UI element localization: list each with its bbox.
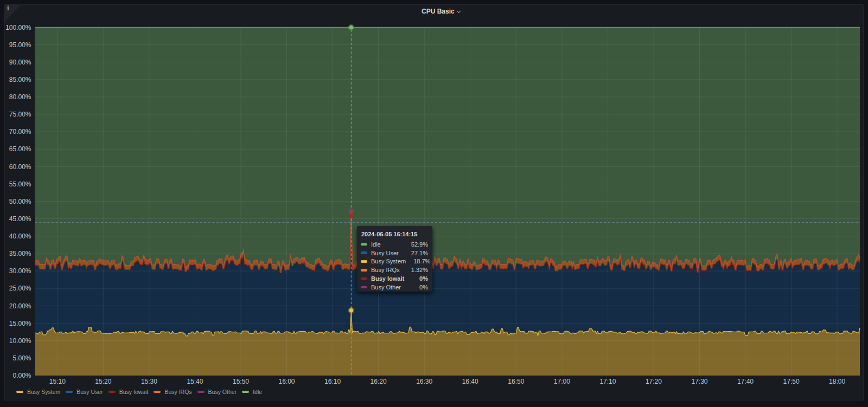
svg-text:0.00%: 0.00% — [12, 372, 31, 379]
svg-text:15:30: 15:30 — [141, 378, 157, 385]
svg-text:5.00%: 5.00% — [12, 354, 31, 362]
svg-text:95.00%: 95.00% — [9, 41, 31, 49]
svg-text:17:50: 17:50 — [783, 378, 800, 385]
svg-text:40.00%: 40.00% — [9, 232, 31, 240]
svg-text:60.00%: 60.00% — [9, 163, 31, 171]
svg-text:16:30: 16:30 — [416, 378, 432, 385]
svg-text:15:10: 15:10 — [49, 378, 66, 385]
svg-text:90.00%: 90.00% — [9, 59, 31, 66]
svg-text:15:40: 15:40 — [187, 378, 203, 385]
svg-text:17:00: 17:00 — [554, 378, 570, 385]
svg-text:16:10: 16:10 — [324, 378, 341, 385]
svg-text:100.00%: 100.00% — [5, 24, 31, 31]
svg-text:45.00%: 45.00% — [9, 215, 31, 223]
svg-text:65.00%: 65.00% — [9, 145, 31, 153]
svg-text:17:10: 17:10 — [599, 378, 616, 385]
svg-text:16:40: 16:40 — [462, 378, 478, 385]
svg-text:17:20: 17:20 — [646, 378, 662, 385]
svg-text:85.00%: 85.00% — [9, 76, 31, 83]
svg-text:70.00%: 70.00% — [9, 128, 31, 135]
svg-text:18:00: 18:00 — [829, 378, 845, 385]
svg-text:20.00%: 20.00% — [9, 302, 31, 310]
svg-text:35.00%: 35.00% — [9, 250, 31, 257]
svg-text:15:20: 15:20 — [95, 378, 111, 385]
svg-text:80.00%: 80.00% — [9, 93, 31, 101]
svg-text:50.00%: 50.00% — [9, 198, 31, 205]
svg-text:25.00%: 25.00% — [9, 285, 31, 292]
svg-text:55.00%: 55.00% — [9, 180, 31, 188]
svg-text:16:00: 16:00 — [278, 378, 295, 385]
svg-text:15:50: 15:50 — [233, 378, 249, 385]
svg-text:16:20: 16:20 — [371, 378, 387, 385]
svg-text:15.00%: 15.00% — [9, 320, 31, 327]
svg-text:10.00%: 10.00% — [9, 337, 31, 345]
svg-text:17:30: 17:30 — [691, 378, 707, 385]
svg-text:16:50: 16:50 — [508, 378, 524, 385]
svg-text:17:40: 17:40 — [737, 378, 754, 385]
svg-text:30.00%: 30.00% — [9, 267, 31, 275]
svg-text:75.00%: 75.00% — [9, 111, 31, 118]
